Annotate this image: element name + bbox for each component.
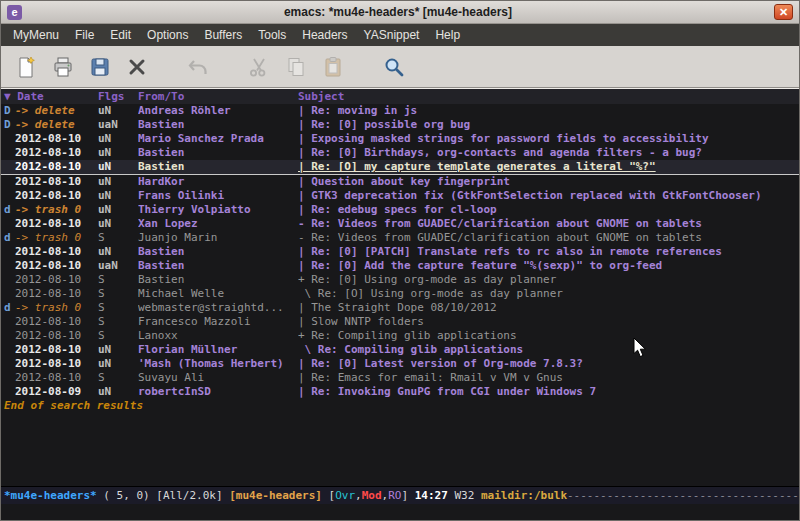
subject: | GTK3 deprecation fix (GtkFontSelection… bbox=[298, 189, 799, 203]
message-row[interactable]: 2012-08-10 S Suvayu Ali | Re: Emacs for … bbox=[1, 371, 799, 385]
message-row[interactable]: 2012-08-10 uN HardKor | Question about k… bbox=[1, 175, 799, 189]
flags: S bbox=[98, 315, 138, 329]
mark-char bbox=[4, 175, 15, 189]
message-row[interactable]: 2012-08-10 uN Bastien | Re: [0] Birthday… bbox=[1, 146, 799, 160]
emacs-window: e emacs: *mu4e-headers* [mu4e-headers] ✕… bbox=[0, 0, 800, 521]
message-row[interactable]: 2012-08-10 uN Mario Sanchez Prada | Expo… bbox=[1, 132, 799, 146]
message-row[interactable]: 2012-08-10 uN Bastien | Re: [0] [PATCH] … bbox=[1, 245, 799, 259]
save-button[interactable] bbox=[85, 52, 115, 82]
menu-bar: MyMenuFileEditOptionsBuffersToolsHeaders… bbox=[1, 24, 799, 46]
from: Andreas Röhler bbox=[138, 104, 298, 118]
new-file-icon bbox=[14, 55, 38, 79]
subject: | Re: [0] Birthdays, org-contacts and ag… bbox=[298, 146, 799, 160]
message-row[interactable]: 2012-08-10 S Francesco Mazzoli | Slow NN… bbox=[1, 315, 799, 329]
echo-area[interactable] bbox=[1, 504, 799, 520]
mark-char bbox=[4, 146, 15, 160]
mark-char: d bbox=[4, 203, 15, 217]
message-row[interactable]: 2012-08-10 uN Frans Oilinki | GTK3 depre… bbox=[1, 189, 799, 203]
message-row[interactable]: D -> delete uaN Bastien | Re: [0] possib… bbox=[1, 118, 799, 132]
menu-item-help[interactable]: Help bbox=[427, 24, 468, 46]
message-row[interactable]: 2012-08-09 uN robertcInSD | Re: Invoking… bbox=[1, 385, 799, 399]
column-header-flags[interactable]: Flgs bbox=[98, 89, 138, 104]
date-or-action: 2012-08-10 bbox=[15, 132, 98, 146]
from: Mario Sanchez Prada bbox=[138, 132, 298, 146]
mode-line: *mu4e-headers* ( 5, 0) [All/2.0k] [mu4e-… bbox=[1, 486, 799, 504]
modeline-segment: [All/2.0k] bbox=[156, 489, 229, 502]
mark-char bbox=[4, 132, 15, 146]
mark-char bbox=[4, 160, 15, 174]
subject: | Re: [0] Latest version of Org-mode 7.8… bbox=[298, 357, 799, 371]
message-row[interactable]: d -> trash 0 S webmaster@straightd... | … bbox=[1, 301, 799, 315]
flags: S bbox=[98, 371, 138, 385]
new-file-button[interactable] bbox=[11, 52, 41, 82]
flags: uN bbox=[98, 160, 138, 174]
from: Bastien bbox=[138, 160, 298, 174]
mark-char: D bbox=[4, 104, 15, 118]
message-list: D -> delete uN Andreas Röhler | Re: movi… bbox=[1, 104, 799, 399]
mark-char bbox=[4, 259, 15, 273]
print-button[interactable] bbox=[48, 52, 78, 82]
emacs-app-icon: e bbox=[7, 5, 22, 20]
mark-char: D bbox=[4, 118, 15, 132]
message-row[interactable]: 2012-08-10 S Lanoxx + Re: Compiling glib… bbox=[1, 329, 799, 343]
message-row[interactable]: 2012-08-10 uN Bastien | Re: [O] my captu… bbox=[1, 160, 799, 175]
from: robertcInSD bbox=[138, 385, 298, 399]
date-or-action: 2012-08-10 bbox=[15, 287, 98, 301]
flags: S bbox=[98, 329, 138, 343]
flags: uaN bbox=[98, 259, 138, 273]
title-bar: e emacs: *mu4e-headers* [mu4e-headers] ✕ bbox=[1, 1, 799, 24]
menu-item-mymenu[interactable]: MyMenu bbox=[5, 24, 67, 46]
from: Thierry Volpiatto bbox=[138, 203, 298, 217]
search-button[interactable] bbox=[379, 52, 409, 82]
date-or-action: -> delete bbox=[15, 104, 98, 118]
message-row[interactable]: D -> delete uN Andreas Röhler | Re: movi… bbox=[1, 104, 799, 118]
date-or-action: -> trash 0 bbox=[15, 301, 98, 315]
flags: uN bbox=[98, 146, 138, 160]
subject: | Re: Emacs for email: Rmail v VM v Gnus bbox=[298, 371, 799, 385]
from: Bastien bbox=[138, 273, 298, 287]
modeline-segment: RO bbox=[388, 489, 401, 502]
modeline-segment: 14:27 bbox=[415, 489, 448, 502]
subject: | Question about key fingerprint bbox=[298, 175, 799, 189]
from: Xan Lopez bbox=[138, 217, 298, 231]
message-row[interactable]: 2012-08-10 uaN Bastien | Re: [0] Add the… bbox=[1, 259, 799, 273]
message-row[interactable]: 2012-08-10 uN 'Mash (Thomas Herbert) | R… bbox=[1, 357, 799, 371]
menu-item-yasnippet[interactable]: YASnippet bbox=[356, 24, 428, 46]
message-row[interactable]: d -> trash 0 S Juanjo Marin - Re: Videos… bbox=[1, 231, 799, 245]
date-or-action: 2012-08-10 bbox=[15, 217, 98, 231]
menu-item-file[interactable]: File bbox=[67, 24, 102, 46]
flags: S bbox=[98, 273, 138, 287]
undo-icon bbox=[186, 55, 210, 79]
date-or-action: 2012-08-10 bbox=[15, 146, 98, 160]
from: Francesco Mazzoli bbox=[138, 315, 298, 329]
from: Bastien bbox=[138, 118, 298, 132]
message-row[interactable]: d -> trash 0 uN Thierry Volpiatto | Re: … bbox=[1, 203, 799, 217]
flags: uN bbox=[98, 385, 138, 399]
close-buffer-button[interactable] bbox=[122, 52, 152, 82]
message-row[interactable]: 2012-08-10 S Michael Welle \ Re: [O] Usi… bbox=[1, 287, 799, 301]
date-or-action: 2012-08-10 bbox=[15, 371, 98, 385]
mark-char: d bbox=[4, 231, 15, 245]
column-header-from[interactable]: From/To bbox=[138, 89, 298, 104]
window-close-button[interactable]: ✕ bbox=[774, 4, 793, 20]
subject: | Slow NNTP folders bbox=[298, 315, 799, 329]
flags: uN bbox=[98, 217, 138, 231]
menu-item-headers[interactable]: Headers bbox=[294, 24, 355, 46]
message-row[interactable]: 2012-08-10 uN Florian Müllner \ Re: Comp… bbox=[1, 343, 799, 357]
mark-char bbox=[4, 371, 15, 385]
menu-item-tools[interactable]: Tools bbox=[250, 24, 294, 46]
subject: \ Re: [O] Using org-mode as day planner bbox=[298, 287, 799, 301]
menu-item-buffers[interactable]: Buffers bbox=[196, 24, 250, 46]
header-line: ▼ Date Flgs From/To Subject bbox=[1, 89, 799, 104]
column-header-subject[interactable]: Subject bbox=[298, 89, 799, 104]
subject: + Re: [0] Using org-mode as day planner bbox=[298, 273, 799, 287]
from: Bastien bbox=[138, 146, 298, 160]
menu-item-options[interactable]: Options bbox=[139, 24, 196, 46]
message-row[interactable]: 2012-08-10 S Bastien + Re: [0] Using org… bbox=[1, 273, 799, 287]
message-row[interactable]: 2012-08-10 uN Xan Lopez - Re: Videos fro… bbox=[1, 217, 799, 231]
from: Suvayu Ali bbox=[138, 371, 298, 385]
subject: \ Re: Compiling glib applications bbox=[298, 343, 799, 357]
save-icon bbox=[88, 55, 112, 79]
menu-item-edit[interactable]: Edit bbox=[102, 24, 139, 46]
column-header-date[interactable]: ▼ Date bbox=[4, 89, 98, 104]
